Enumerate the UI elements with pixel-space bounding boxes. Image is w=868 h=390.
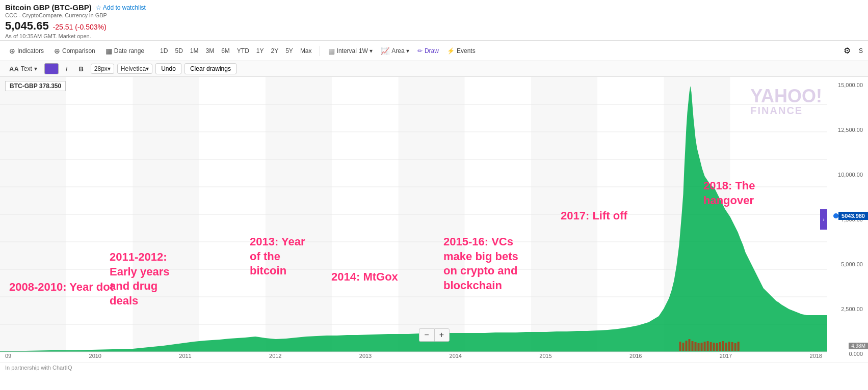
- interval-5d[interactable]: 5D: [171, 46, 186, 56]
- interval-3m[interactable]: 3M: [202, 46, 218, 56]
- watchlist-link[interactable]: ☆ Add to watchlist: [96, 4, 146, 11]
- interval-1y[interactable]: 1Y: [253, 46, 268, 56]
- font-size-selector[interactable]: 28px ▾: [91, 64, 114, 74]
- volume-tag: 4.98M: [849, 343, 868, 349]
- settings-button[interactable]: ⚙: [839, 44, 855, 58]
- footer: In partnership with ChartIQ: [0, 362, 868, 373]
- chart-svg: [0, 77, 827, 362]
- interval-5y[interactable]: 5Y: [282, 46, 297, 56]
- x-axis: 09 2010 2011 2012 2013 2014 2015 2016 20…: [0, 349, 827, 362]
- text-dropdown-icon: ▾: [34, 65, 37, 72]
- star-icon: ☆: [96, 4, 101, 11]
- interval-icon: ▦: [328, 47, 335, 55]
- annotation-2013: 2013: Yearof thebitcoin: [250, 235, 305, 278]
- price-marker: 5043.980: [833, 212, 868, 220]
- chevron-right-icon: ›: [823, 217, 824, 222]
- color-picker[interactable]: [44, 63, 59, 74]
- interval-selector[interactable]: ▦ Interval 1W ▾: [324, 45, 377, 57]
- watermark: YAHOO! FINANCE: [750, 87, 822, 116]
- area-icon: 📈: [381, 47, 389, 55]
- zoom-controls: − +: [419, 328, 450, 342]
- price-label: BTC-GBP 378.350: [5, 81, 66, 91]
- italic-button[interactable]: I: [62, 64, 72, 74]
- x-label-2018: 2018: [810, 353, 822, 359]
- chart-container: BTC-GBP 378.350 YAHOO! FINANCE: [0, 77, 868, 362]
- x-label-2015: 2015: [539, 353, 551, 359]
- date-range-button[interactable]: ▦ Date range: [101, 45, 148, 57]
- annotation-2017: 2017: Lift off: [561, 209, 627, 222]
- x-label-2014: 2014: [450, 353, 462, 359]
- x-label-2013: 2013: [359, 353, 372, 359]
- comparison-button[interactable]: ⊕ Comparison: [50, 45, 99, 57]
- interval-max[interactable]: Max: [297, 46, 315, 56]
- y-label-0: 0.000: [830, 351, 865, 357]
- annotation-2008: 2008-2010: Year dot: [9, 281, 114, 294]
- annotation-2014: 2014: MtGox: [331, 270, 398, 284]
- annotation-2018: 2018: Thehangover: [703, 179, 755, 208]
- draw-toolbar: AA Text ▾ I B 28px ▾ Helvetica ▾ Undo Cl…: [0, 61, 868, 77]
- time-interval-group: 1D 5D 1M 3M 6M YTD 1Y 2Y 5Y Max: [156, 46, 315, 56]
- interval-1d[interactable]: 1D: [156, 46, 171, 56]
- font-family-selector[interactable]: Helvetica ▾: [117, 64, 152, 74]
- indicators-icon: ⊕: [9, 47, 15, 55]
- text-type-button[interactable]: AA Text ▾: [5, 64, 41, 74]
- price-dot: [833, 213, 838, 218]
- annotation-2011: 2011-2012:Early yearsand drugdeals: [110, 250, 169, 308]
- x-label-2012: 2012: [269, 353, 281, 359]
- price-tag: 5043.980: [838, 212, 868, 220]
- zoom-out-button[interactable]: −: [419, 328, 434, 342]
- credit-text: In partnership with ChartIQ: [5, 365, 72, 371]
- header: Bitcoin GBP (BTC-GBP) ☆ Add to watchlist…: [0, 0, 868, 41]
- y-label-5000: 5,000.00: [830, 261, 865, 267]
- right-panel-toggle[interactable]: ›: [820, 209, 827, 230]
- page-title: Bitcoin GBP (BTC-GBP): [5, 3, 92, 12]
- font-size-chevron: ▾: [108, 65, 111, 72]
- interval-ytd[interactable]: YTD: [233, 46, 253, 56]
- indicators-button[interactable]: ⊕ Indicators: [5, 45, 48, 57]
- y-label-12500: 12,500.00: [830, 127, 865, 133]
- aa-icon: AA: [9, 65, 19, 73]
- calendar-icon: ▦: [106, 47, 112, 55]
- bold-button[interactable]: B: [74, 64, 87, 74]
- y-label-10000: 10,000.00: [830, 172, 865, 178]
- zoom-in-button[interactable]: +: [434, 328, 450, 342]
- x-label-2016: 2016: [629, 353, 642, 359]
- clear-drawings-button[interactable]: Clear drawings: [185, 63, 236, 74]
- main-toolbar: ⊕ Indicators ⊕ Comparison ▦ Date range 1…: [0, 41, 868, 61]
- undo-button[interactable]: Undo: [155, 63, 181, 74]
- events-button[interactable]: ⚡ Events: [443, 45, 480, 57]
- expand-icon: S: [859, 47, 863, 54]
- draw-button[interactable]: ✏ Draw: [413, 45, 443, 57]
- x-label-2017: 2017: [720, 353, 732, 359]
- interval-6m[interactable]: 6M: [218, 46, 233, 56]
- page-wrapper: Bitcoin GBP (BTC-GBP) ☆ Add to watchlist…: [0, 0, 868, 373]
- area-selector[interactable]: 📈 Area ▾: [377, 45, 413, 57]
- current-price: 5,045.65: [5, 19, 49, 33]
- comparison-icon: ⊕: [54, 47, 60, 55]
- lightning-icon: ⚡: [447, 47, 455, 54]
- interval-1m[interactable]: 1M: [187, 46, 202, 56]
- annotation-2015: 2015-16: VCsmake big betson crypto andbl…: [443, 235, 518, 293]
- price-change: -25.51 (-0.503%): [53, 23, 107, 31]
- y-label-2500: 2,500.00: [830, 306, 865, 312]
- y-label-15000: 15,000.00: [830, 82, 865, 88]
- watermark-yahoo: YAHOO! FINANCE: [750, 87, 822, 116]
- x-label-2010: 2010: [89, 353, 101, 359]
- watchlist-label: Add to watchlist: [103, 4, 146, 11]
- market-status: As of 10:35AM GMT. Market open.: [5, 33, 863, 39]
- subtitle: CCC - CryptoCompare. Currency in GBP: [5, 12, 863, 18]
- x-label-09: 09: [5, 353, 11, 359]
- draw-icon: ✏: [417, 47, 423, 54]
- interval-2y[interactable]: 2Y: [268, 46, 282, 56]
- font-family-chevron: ▾: [146, 65, 149, 72]
- x-label-2011: 2011: [179, 353, 191, 359]
